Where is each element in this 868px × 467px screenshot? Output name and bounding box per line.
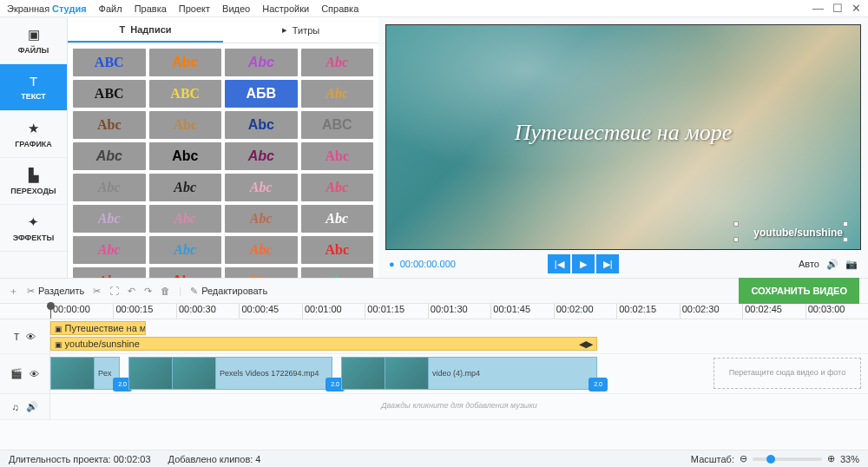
ruler-tick: 00:00:45 (239, 304, 301, 319)
sidebar: ▣ ФАЙЛЫ T ТЕКСТ ★ ГРАФИКА ▙ ПЕРЕХОДЫ ✦ Э… (0, 17, 68, 278)
auto-label[interactable]: Авто (799, 259, 819, 269)
text-style-swatch[interactable]: ABC (73, 49, 146, 76)
video-clip[interactable]: video (4).mp4 (341, 357, 597, 390)
resize-handle[interactable] (733, 237, 739, 242)
drop-zone[interactable]: Перетащите сюда видео и фото (713, 358, 861, 389)
text-style-swatch[interactable]: AБВ (225, 80, 298, 108)
text-style-swatch[interactable]: Abc (225, 49, 298, 76)
play-button[interactable]: ▶ (572, 254, 595, 273)
sidebar-item-transitions[interactable]: ▙ ПЕРЕХОДЫ (0, 158, 67, 205)
text-style-swatch[interactable]: Abc (149, 174, 222, 201)
duration-status: Длительность проекта: 00:02:03 (9, 454, 151, 464)
text-track-head: T 👁 (0, 319, 50, 353)
text-style-swatch[interactable]: ABC (301, 111, 374, 139)
save-video-button[interactable]: СОХРАНИТЬ ВИДЕО (739, 278, 859, 304)
text-style-swatch[interactable]: Abc (149, 111, 222, 139)
text-style-swatch[interactable]: Abc (149, 49, 222, 76)
text-style-swatch[interactable]: Abc (73, 142, 146, 170)
visibility-icon[interactable]: 👁 (26, 332, 36, 342)
text-style-swatch[interactable]: Abc (73, 267, 146, 278)
resize-handle[interactable] (733, 221, 739, 227)
undo-icon[interactable]: ↶ (128, 286, 135, 297)
plus-icon[interactable]: ＋ (9, 285, 18, 298)
split-button[interactable]: ✂ Разделить (27, 286, 84, 297)
text-clip[interactable]: ▣ Путешествие на мор (50, 321, 146, 335)
zoom-slider[interactable] (753, 457, 822, 461)
sidebar-item-text[interactable]: T ТЕКСТ (0, 64, 67, 111)
resize-handle[interactable] (843, 237, 848, 242)
timecode: 00:00:00.000 (400, 259, 456, 269)
text-style-swatch[interactable]: Abc (301, 49, 374, 76)
text-style-swatch[interactable]: ABC (149, 80, 222, 108)
prev-button[interactable]: |◀ (548, 254, 570, 273)
text-style-swatch[interactable]: Abc (73, 236, 146, 264)
close-icon[interactable]: ✕ (852, 2, 861, 15)
text-style-swatch[interactable]: Abc (149, 205, 222, 233)
redo-icon[interactable]: ↷ (144, 286, 152, 297)
volume-icon[interactable]: 🔊 (26, 401, 38, 412)
tab-captions[interactable]: T Надписи (68, 17, 223, 43)
text-style-swatch[interactable]: Abc (225, 174, 298, 201)
next-button[interactable]: ▶| (596, 254, 619, 273)
text-style-swatch[interactable]: Abc (225, 142, 298, 170)
visibility-icon[interactable]: 👁 (30, 369, 39, 379)
menu-video[interactable]: Видео (222, 3, 250, 14)
menu-help[interactable]: Справка (321, 3, 358, 14)
text-style-swatch[interactable]: Abc (301, 236, 374, 264)
crop-icon[interactable]: ⛶ (109, 286, 119, 296)
text-style-swatch[interactable]: Abc (73, 205, 146, 233)
playhead[interactable] (50, 304, 51, 319)
delete-icon[interactable]: 🗑 (161, 286, 170, 296)
sidebar-item-effects[interactable]: ✦ ЭФФЕКТЫ (0, 205, 67, 252)
menu-file[interactable]: Файл (99, 3, 122, 14)
ruler-tick: 00:00:30 (176, 304, 239, 319)
text-style-swatch[interactable]: Abc (301, 205, 374, 233)
text-style-swatch[interactable]: Abc (301, 142, 374, 170)
text-style-swatch[interactable]: Abc (301, 267, 374, 278)
menu-project[interactable]: Проект (179, 3, 210, 14)
text-style-swatch[interactable]: Abc (149, 142, 222, 170)
music-hint[interactable]: Дважды кликните для добавления музыки (50, 394, 868, 410)
minimize-icon[interactable]: — (812, 2, 824, 15)
clips-status: Добавлено клипов: 4 (168, 454, 261, 464)
sidebar-item-graphics[interactable]: ★ ГРАФИКА (0, 111, 67, 158)
menu-settings[interactable]: Настройки (262, 3, 309, 14)
resize-handle[interactable] (843, 221, 848, 227)
sidebar-item-files[interactable]: ▣ ФАЙЛЫ (0, 17, 67, 64)
cut-icon[interactable]: ✂ (93, 286, 101, 297)
snapshot-icon[interactable]: 📷 (845, 259, 858, 270)
preview-overlay-text[interactable]: Путешествие на море (515, 120, 733, 146)
ruler-tick: 00:02:45 (742, 304, 805, 319)
zoom-value: 33% (840, 454, 859, 464)
text-style-swatch[interactable]: Abc (301, 174, 374, 201)
text-style-swatch[interactable]: ABC (73, 80, 146, 108)
text-style-swatch[interactable]: Abc (225, 205, 298, 233)
video-clip[interactable]: Pex (50, 357, 120, 390)
ruler-tick: 00:02:00 (554, 304, 616, 319)
text-style-swatch[interactable]: Abc (149, 267, 222, 278)
video-clip[interactable]: Pexels Videos 1722694.mp4 (128, 357, 332, 390)
maximize-icon[interactable]: ☐ (832, 2, 843, 15)
zoom-out-icon[interactable]: ⊖ (740, 453, 747, 464)
scrubber-dot[interactable]: ● (389, 259, 395, 269)
text-style-swatch[interactable]: Abc (149, 236, 222, 264)
volume-icon[interactable]: 🔊 (826, 259, 838, 270)
edit-button[interactable]: ✎ Редактировать (190, 286, 267, 297)
sidebar-label: ФАЙЛЫ (18, 46, 49, 55)
tab-titles[interactable]: ▸ Титры (223, 17, 378, 43)
preview-video[interactable]: Путешествие на море youtube/sunshine (385, 24, 861, 250)
text-style-swatch[interactable]: Abc (73, 111, 146, 139)
text-clip[interactable]: ▣ youtube/sunshine ◀▶ (50, 337, 597, 351)
transition-badge[interactable]: 2.0 (589, 378, 608, 391)
preview-watermark[interactable]: youtube/sunshine (753, 227, 843, 239)
text-style-swatch[interactable]: Abc (225, 111, 298, 139)
text-style-swatch[interactable]: Abc (73, 174, 146, 201)
timeline-ruler[interactable]: 00:00:0000:00:1500:00:3000:00:4500:01:00… (0, 304, 868, 319)
ruler-tick: 00:01:30 (428, 304, 490, 319)
zoom-in-icon[interactable]: ⊕ (827, 453, 835, 464)
text-style-swatch[interactable]: Abc (301, 80, 374, 108)
text-style-swatch[interactable]: Abc (225, 267, 298, 278)
ruler-tick: 00:01:15 (365, 304, 427, 319)
text-style-swatch[interactable]: Abc (225, 236, 298, 264)
menu-edit[interactable]: Правка (135, 3, 167, 14)
